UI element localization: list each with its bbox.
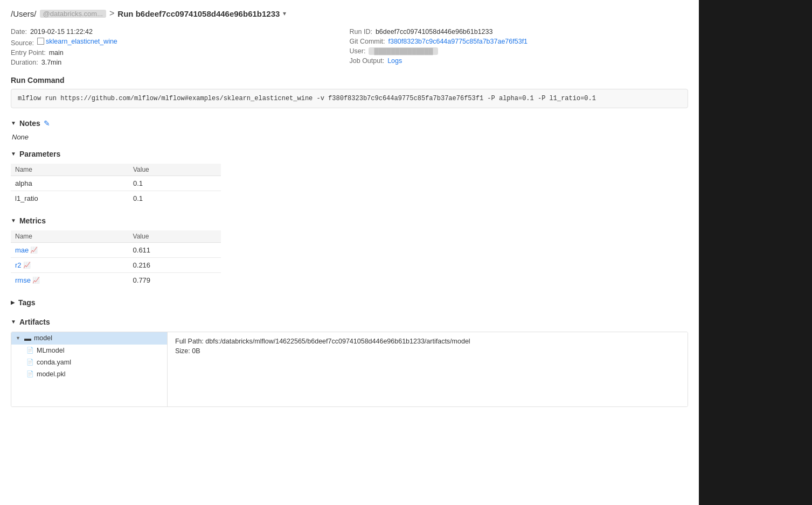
meta-joboutput-label: Job Output: <box>350 57 385 65</box>
breadcrumb-separator: > <box>109 9 114 18</box>
parameters-table: Name Value alpha0.1l1_ratio0.1 <box>11 164 221 206</box>
parameters-toggle-icon: ▼ <box>11 151 16 157</box>
artifact-file-modelpkl[interactable]: 📄 model.pkl <box>11 368 167 380</box>
meta-entrypoint-label: Entry Point: <box>11 49 46 57</box>
metrics-col-value: Value <box>129 230 221 243</box>
meta-duration-label: Duration: <box>11 59 38 66</box>
modelpkl-name: model.pkl <box>37 370 66 378</box>
metrics-section: ▼ Metrics Name Value mae 📈 0.611 <box>11 214 688 287</box>
meta-source-row: Source: sklearn_elasticnet_wine <box>11 37 350 48</box>
notes-section: ▼ Notes ✎ None <box>11 117 688 141</box>
model-expand-icon: ▼ <box>16 335 20 341</box>
meta-user-row: User: ██████████████ <box>350 46 689 56</box>
file-icon-conda: 📄 <box>26 359 34 366</box>
metrics-header[interactable]: ▼ Metrics <box>11 214 688 227</box>
tags-section: ▶ Tags <box>11 296 688 309</box>
artifacts-section: ▼ Artifacts ▼ ▬ model 📄 MLmodel <box>11 315 688 407</box>
meta-logs-link[interactable]: Logs <box>387 57 402 65</box>
meta-gitcommit-label: Git Commit: <box>350 38 385 45</box>
meta-gitcommit-value[interactable]: f380f8323b7c9c644a9775c85fa7b37ae76f53f1 <box>388 38 528 45</box>
metric-name[interactable]: mae 📈 <box>11 242 129 257</box>
meta-runid-value: b6deef7cc09741058d446e96b61b1233 <box>376 28 493 36</box>
chart-icon-rmse: 📈 <box>32 277 40 284</box>
meta-date-row: Date: 2019-02-15 11:22:42 <box>11 27 350 37</box>
metric-value: 0.611 <box>129 242 221 257</box>
artifact-folder-model[interactable]: ▼ ▬ model <box>11 332 167 345</box>
param-name: l1_ratio <box>11 191 129 206</box>
meta-runid-label: Run ID: <box>350 28 372 36</box>
conda-name: conda.yaml <box>37 359 71 366</box>
artifacts-title: Artifacts <box>19 318 50 326</box>
notes-toggle-icon: ▼ <box>11 120 16 126</box>
right-sidebar <box>699 0 812 505</box>
chart-icon-mae: 📈 <box>30 247 38 254</box>
metric-value: 0.779 <box>129 272 221 287</box>
artifact-file-conda[interactable]: 📄 conda.yaml <box>11 356 167 368</box>
parameters-title: Parameters <box>19 150 60 158</box>
parameters-header[interactable]: ▼ Parameters <box>11 148 688 160</box>
meta-runid-row: Run ID: b6deef7cc09741058d446e96b61b1233 <box>350 27 689 37</box>
file-icon-mlmodel: 📄 <box>26 347 34 354</box>
artifact-file-mlmodel[interactable]: 📄 MLmodel <box>11 345 167 356</box>
meta-user-label: User: <box>350 47 366 55</box>
meta-source-link[interactable]: sklearn_elasticnet_wine <box>46 38 117 45</box>
table-row: mae 📈 0.611 <box>11 242 221 257</box>
metric-link-mae[interactable]: mae 📈 <box>15 246 38 254</box>
meta-date-label: Date: <box>11 28 27 36</box>
artifact-size-value: 0B <box>192 347 200 355</box>
source-file-icon <box>37 38 44 45</box>
breadcrumb-dropdown[interactable]: ▾ <box>283 10 286 17</box>
artifact-size-label: Size: <box>175 347 190 355</box>
run-command-section: Run Command mlflow run https://github.co… <box>11 76 688 108</box>
breadcrumb: /Users/ @databricks.com... > Run b6deef7… <box>11 9 688 18</box>
table-row: r2 📈 0.216 <box>11 257 221 272</box>
notes-none-text: None <box>11 133 688 141</box>
artifacts-header[interactable]: ▼ Artifacts <box>11 315 688 328</box>
breadcrumb-path: /Users/ <box>11 9 37 18</box>
breadcrumb-user: @databricks.com... <box>40 10 106 18</box>
file-icon-modelpkl: 📄 <box>26 370 34 377</box>
mlmodel-name: MLmodel <box>37 347 64 354</box>
metric-link-rmse[interactable]: rmse 📈 <box>15 276 40 284</box>
model-folder-name: model <box>34 334 52 342</box>
notes-header[interactable]: ▼ Notes ✎ <box>11 117 688 130</box>
artifacts-tree: ▼ ▬ model 📄 MLmodel 📄 conda.yaml 📄 <box>11 332 168 406</box>
breadcrumb-run: Run b6deef7cc09741058d446e96b61b1233 <box>117 9 280 18</box>
params-col-name: Name <box>11 164 129 176</box>
table-row: rmse 📈 0.779 <box>11 272 221 287</box>
metadata-grid: Date: 2019-02-15 11:22:42 Source: sklear… <box>11 27 688 67</box>
artifact-fullpath-value: dbfs:/databricks/mlflow/14622565/b6deef7… <box>205 338 470 345</box>
parameters-section: ▼ Parameters Name Value alpha0.1l1_ratio… <box>11 148 688 206</box>
artifacts-toggle-icon: ▼ <box>11 319 16 325</box>
artifacts-container: ▼ ▬ model 📄 MLmodel 📄 conda.yaml 📄 <box>11 332 688 407</box>
tags-toggle-icon: ▶ <box>11 299 15 305</box>
meta-source-label: Source: <box>11 39 34 47</box>
meta-entrypoint-row: Entry Point: main <box>11 48 350 58</box>
artifact-size-row: Size: 0B <box>175 347 680 355</box>
metric-name[interactable]: rmse 📈 <box>11 272 129 287</box>
metric-link-r2[interactable]: r2 📈 <box>15 261 31 269</box>
artifact-fullpath-label: Full Path: <box>175 338 204 345</box>
notes-edit-icon[interactable]: ✎ <box>44 119 50 128</box>
meta-joboutput-row: Job Output: Logs <box>350 56 689 66</box>
meta-date-value: 2019-02-15 11:22:42 <box>30 28 93 36</box>
run-command-label: Run Command <box>11 76 688 85</box>
param-name: alpha <box>11 176 129 191</box>
metrics-table: Name Value mae 📈 0.611 r2 📈 0.21 <box>11 230 221 287</box>
table-row: l1_ratio0.1 <box>11 191 221 206</box>
param-value: 0.1 <box>129 176 221 191</box>
metrics-col-name: Name <box>11 230 129 243</box>
folder-icon: ▬ <box>24 334 31 342</box>
metric-value: 0.216 <box>129 257 221 272</box>
params-col-value: Value <box>129 164 221 176</box>
meta-duration-row: Duration: 3.7min <box>11 58 350 67</box>
table-row: alpha0.1 <box>11 176 221 191</box>
param-value: 0.1 <box>129 191 221 206</box>
metrics-title: Metrics <box>19 216 46 225</box>
tags-title: Tags <box>18 298 36 307</box>
artifacts-detail: Full Path: dbfs:/databricks/mlflow/14622… <box>168 332 688 406</box>
notes-title: Notes <box>19 119 40 128</box>
run-command-box: mlflow run https://github.com/mlflow/mlf… <box>11 89 688 108</box>
tags-header[interactable]: ▶ Tags <box>11 296 688 309</box>
metric-name[interactable]: r2 📈 <box>11 257 129 272</box>
